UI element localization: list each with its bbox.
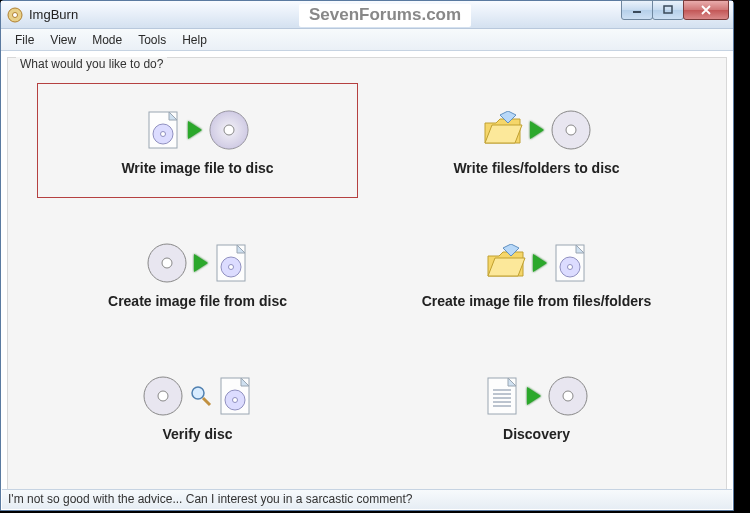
- magnifier-icon: [190, 385, 212, 407]
- action-label: Create image file from files/folders: [422, 293, 652, 309]
- svg-point-32: [232, 398, 237, 403]
- arrow-icon: [533, 254, 547, 272]
- action-label: Verify disc: [162, 426, 232, 442]
- panel-title: What would you like to do?: [16, 57, 167, 71]
- action-verify-disc[interactable]: Verify disc: [28, 341, 367, 474]
- arrow-icon: [194, 254, 208, 272]
- svg-point-24: [567, 264, 572, 269]
- svg-rect-3: [664, 6, 672, 13]
- svg-point-10: [224, 125, 234, 135]
- folder-icon: [482, 111, 524, 149]
- action-write-files-to-disc[interactable]: Write files/folders to disc: [367, 74, 706, 207]
- watermark: SevenForums.com: [299, 4, 471, 27]
- menu-mode[interactable]: Mode: [84, 31, 130, 49]
- window-controls: [622, 0, 729, 20]
- image-file-icon: [553, 243, 589, 283]
- action-write-image-to-disc[interactable]: Write image file to disc: [28, 74, 367, 207]
- action-label: Write image file to disc: [121, 160, 273, 176]
- action-create-image-from-disc[interactable]: Create image file from disc: [28, 207, 367, 340]
- image-file-icon: [214, 243, 250, 283]
- action-discovery[interactable]: Discovery: [367, 341, 706, 474]
- svg-point-41: [563, 391, 573, 401]
- minimize-button[interactable]: [621, 0, 653, 20]
- arrow-icon: [527, 387, 541, 405]
- data-file-icon: [485, 376, 521, 416]
- image-file-icon: [218, 376, 254, 416]
- menu-view[interactable]: View: [42, 31, 84, 49]
- close-button[interactable]: [683, 0, 729, 20]
- image-file-icon: [146, 110, 182, 150]
- statusbar: I'm not so good with the advice... Can I…: [2, 489, 732, 509]
- arrow-icon: [188, 121, 202, 139]
- app-title: ImgBurn: [29, 7, 78, 22]
- arrow-icon: [530, 121, 544, 139]
- disc-icon: [142, 375, 184, 417]
- svg-rect-2: [633, 11, 641, 13]
- svg-point-27: [192, 387, 204, 399]
- menu-help[interactable]: Help: [174, 31, 215, 49]
- folder-icon: [485, 244, 527, 282]
- disc-icon: [146, 242, 188, 284]
- action-create-image-from-files[interactable]: Create image file from files/folders: [367, 207, 706, 340]
- menu-tools[interactable]: Tools: [130, 31, 174, 49]
- svg-point-13: [566, 125, 576, 135]
- action-label: Write files/folders to disc: [453, 160, 619, 176]
- titlebar: ImgBurn SevenForums.com: [1, 1, 733, 29]
- svg-point-15: [162, 258, 172, 268]
- menubar: File View Mode Tools Help: [1, 29, 733, 51]
- main-panel: What would you like to do? Write image f…: [7, 57, 727, 491]
- app-window: ImgBurn SevenForums.com File View Mode T…: [0, 0, 734, 511]
- status-text: I'm not so good with the advice... Can I…: [8, 492, 412, 506]
- action-label: Discovery: [503, 426, 570, 442]
- svg-point-1: [13, 12, 18, 17]
- svg-line-28: [203, 398, 210, 405]
- svg-point-19: [228, 264, 233, 269]
- disc-icon: [208, 109, 250, 151]
- disc-icon: [550, 109, 592, 151]
- svg-point-26: [158, 391, 168, 401]
- menu-file[interactable]: File: [7, 31, 42, 49]
- svg-point-7: [160, 131, 165, 136]
- disc-icon: [547, 375, 589, 417]
- maximize-button[interactable]: [652, 0, 684, 20]
- action-label: Create image file from disc: [108, 293, 287, 309]
- app-icon: [7, 7, 23, 23]
- action-grid: Write image file to disc Write files/fol…: [8, 72, 726, 482]
